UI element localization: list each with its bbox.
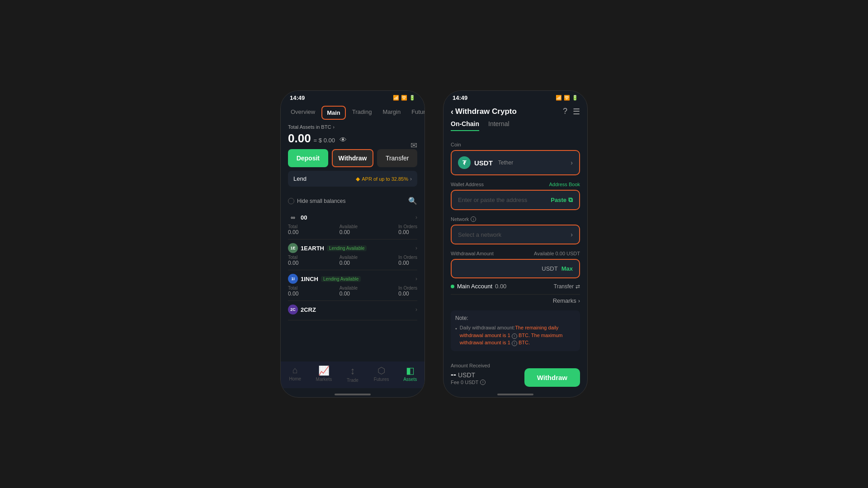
col-available: Available bbox=[340, 255, 358, 260]
tab-internal[interactable]: Internal bbox=[488, 120, 509, 131]
chain-tabs: On-Chain Internal bbox=[443, 120, 587, 136]
asset-name-2crz: 2CRZ bbox=[301, 306, 316, 313]
received-currency: USDT bbox=[458, 371, 475, 379]
account-left: Main Account 0.00 bbox=[451, 283, 506, 290]
transfer-button[interactable]: Transfer bbox=[377, 149, 417, 167]
bottom-nav: ⌂ Home 📈 Markets ↕ Trade ⬡ Futures ◧ Ass… bbox=[281, 361, 425, 388]
tab-trading[interactable]: Trading bbox=[348, 106, 377, 120]
left-phone: 14:49 📶 🛜 🔋 Overview Main Trading Margin… bbox=[280, 90, 425, 398]
lend-chevron: › bbox=[410, 176, 412, 182]
amount-input-box[interactable]: USDT Max bbox=[451, 259, 580, 278]
help-icon[interactable]: ? bbox=[563, 107, 567, 117]
total-1inch: 0.00 bbox=[288, 291, 298, 297]
battery-icon-r: 🔋 bbox=[572, 95, 578, 101]
received-amount: -- bbox=[451, 370, 456, 380]
deposit-button[interactable]: Deposit bbox=[288, 149, 328, 167]
bottom-row: Amount Received -- USDT Fee 0 USDT i Wit… bbox=[451, 355, 580, 389]
account-name: Main Account bbox=[457, 283, 492, 290]
nav-assets[interactable]: ◧ Assets bbox=[396, 365, 425, 383]
balance-row: 0.00 = $ 0.00 👁 bbox=[288, 131, 417, 145]
withdraw-title: Withdraw Crypto bbox=[455, 107, 517, 116]
available-amount: Available 0.00 USDT bbox=[534, 251, 580, 256]
status-icons-right: 📶 🛜 🔋 bbox=[556, 95, 578, 101]
status-time-left: 14:49 bbox=[290, 94, 305, 101]
withdraw-header: ‹ Withdraw Crypto ? ☰ bbox=[443, 103, 587, 120]
nav-futures[interactable]: ⬡ Futures bbox=[367, 365, 396, 383]
balance-usd: = $ 0.00 bbox=[314, 137, 335, 144]
status-bar-left: 14:49 📶 🛜 🔋 bbox=[281, 91, 425, 103]
coin-name: USDT bbox=[474, 159, 493, 167]
hide-small-balances[interactable]: Hide small balances bbox=[288, 198, 345, 204]
tab-main[interactable]: Main bbox=[321, 106, 346, 120]
paste-button[interactable]: Paste ⧉ bbox=[551, 196, 573, 204]
futures-icon: ⬡ bbox=[377, 365, 385, 376]
network-selector[interactable]: Select a network › bbox=[451, 225, 580, 244]
fee-text: Fee 0 USDT i bbox=[451, 380, 490, 385]
back-button[interactable]: ‹ Withdraw Crypto bbox=[451, 107, 517, 117]
asset-chevron-2crz: › bbox=[415, 306, 417, 313]
note-bullet: • bbox=[455, 325, 457, 347]
mail-icon[interactable]: ✉ bbox=[410, 141, 417, 150]
total-00: 0.00 bbox=[288, 229, 298, 235]
orders-00: 0.00 bbox=[398, 229, 417, 235]
note-title: Note: bbox=[455, 315, 576, 321]
asset-icon-00: ∞ bbox=[288, 212, 298, 222]
list-item[interactable]: ∞ 00 › Total 0.00 Available 0.00 I bbox=[288, 209, 417, 239]
asset-icon-2crz: 2C bbox=[288, 305, 298, 314]
address-input-box[interactable]: Enter or paste the address Paste ⧉ bbox=[451, 190, 580, 210]
remarks-link[interactable]: Remarks › bbox=[553, 297, 580, 304]
search-icon[interactable]: 🔍 bbox=[408, 197, 417, 205]
asset-chevron-1earth: › bbox=[415, 245, 417, 251]
paste-icon: ⧉ bbox=[568, 196, 573, 204]
list-item[interactable]: 2C 2CRZ › bbox=[288, 301, 417, 320]
nav-markets[interactable]: 📈 Markets bbox=[310, 365, 339, 383]
network-label: Network bbox=[451, 216, 469, 222]
withdraw-button[interactable]: Withdraw bbox=[524, 368, 580, 387]
col-available: Available bbox=[340, 286, 358, 291]
withdrawal-amount-label: Withdrawal Amount bbox=[451, 251, 494, 256]
diamond-icon: ◆ bbox=[356, 176, 360, 182]
note-section: Note: • Daily withdrawal amount:The rema… bbox=[451, 310, 580, 351]
phone-content-left: Total Assets in BTC › ✉ 0.00 = $ 0.00 👁 … bbox=[281, 120, 425, 397]
nav-markets-label: Markets bbox=[316, 377, 332, 382]
coin-selector[interactable]: ₮ USDT Tether › bbox=[451, 150, 580, 175]
transfer-label: Transfer bbox=[554, 283, 574, 290]
tab-futures[interactable]: Futures bbox=[407, 106, 425, 120]
list-item[interactable]: 1E 1EARTH Lending Available › Total 0.00… bbox=[288, 239, 417, 270]
balance-btc: 0.00 bbox=[288, 131, 311, 145]
nav-assets-label: Assets bbox=[403, 377, 417, 382]
coin-label: Coin bbox=[451, 142, 580, 147]
right-phone: 14:49 📶 🛜 🔋 ‹ Withdraw Crypto ? ☰ On-Cha… bbox=[443, 90, 588, 398]
max-button[interactable]: Max bbox=[561, 265, 573, 272]
transfer-icon: ⇄ bbox=[576, 283, 580, 290]
list-item[interactable]: 1I 1INCH Lending Available › Total 0.00 … bbox=[288, 270, 417, 301]
available-1earth: 0.00 bbox=[340, 260, 358, 266]
received-section: Amount Received -- USDT Fee 0 USDT i bbox=[451, 359, 490, 387]
coin-icon: ₮ bbox=[458, 156, 471, 169]
asset-badge-1earth: Lending Available bbox=[327, 245, 367, 251]
filter-row: Hide small balances 🔍 bbox=[281, 193, 425, 209]
network-chevron: › bbox=[571, 231, 573, 238]
eye-icon[interactable]: 👁 bbox=[340, 136, 347, 144]
asset-chevron-1inch: › bbox=[415, 276, 417, 282]
transfer-link[interactable]: Transfer ⇄ bbox=[554, 283, 580, 290]
col-total: Total bbox=[288, 255, 298, 260]
tab-on-chain[interactable]: On-Chain bbox=[451, 120, 479, 131]
col-orders: In Orders bbox=[398, 286, 417, 291]
nav-trade[interactable]: ↕ Trade bbox=[338, 365, 367, 383]
home-icon: ⌂ bbox=[292, 365, 298, 375]
col-total: Total bbox=[288, 286, 298, 291]
home-indicator-left bbox=[281, 388, 425, 397]
withdraw-button[interactable]: Withdraw bbox=[332, 149, 374, 167]
lend-label: Lend bbox=[293, 175, 307, 182]
lend-bar[interactable]: Lend ◆ APR of up to 32.85% › bbox=[288, 171, 417, 187]
col-total: Total bbox=[288, 224, 298, 229]
tab-margin[interactable]: Margin bbox=[378, 106, 405, 120]
address-book-link[interactable]: Address Book bbox=[549, 182, 580, 187]
status-icons-left: 📶 🛜 🔋 bbox=[393, 95, 415, 101]
tab-overview[interactable]: Overview bbox=[286, 106, 320, 120]
address-placeholder: Enter or paste the address bbox=[458, 197, 527, 203]
orders-1earth: 0.00 bbox=[398, 260, 417, 266]
nav-home[interactable]: ⌂ Home bbox=[281, 365, 310, 383]
history-icon[interactable]: ☰ bbox=[573, 107, 580, 117]
